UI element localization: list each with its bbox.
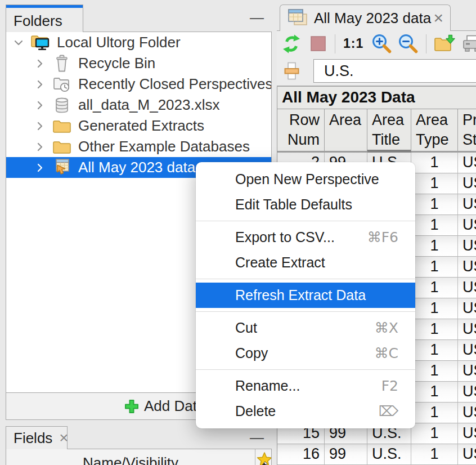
tree-item-label: Local Ultorg Folder (57, 34, 181, 51)
table-cell[interactable]: US (458, 319, 476, 339)
tree-item-generated-extracts[interactable]: Generated Extracts (6, 115, 271, 136)
tab-folders[interactable]: Folders (6, 5, 83, 32)
tree-item-local-ultorg-folder[interactable]: Local Ultorg Folder (6, 32, 271, 53)
table-cell[interactable]: 1 (411, 215, 458, 235)
menu-item-label: Rename... (235, 378, 300, 394)
column-header-pr-st[interactable]: PrSt (458, 109, 476, 153)
stop-button[interactable] (311, 36, 326, 51)
zoom-level-button[interactable]: 1:1 (343, 36, 363, 51)
chevron-right-icon[interactable] (34, 79, 46, 90)
table-cell[interactable]: 1 (411, 173, 458, 194)
menu-separator (196, 311, 415, 312)
table-cell[interactable]: 1 (411, 194, 458, 214)
menu-item-open-new-perspective[interactable]: Open New Perspective (196, 167, 415, 192)
table-title: All May 2023 Data (277, 87, 476, 109)
database-icon (51, 97, 73, 114)
menu-item-label: Refresh Extract Data (235, 287, 366, 303)
menu-item-shortcut: ⌘X (375, 320, 398, 336)
recycle-bin-icon (51, 55, 73, 73)
menu-item-edit-table-defaults[interactable]: Edit Table Defaults (196, 192, 415, 217)
table-cell[interactable]: 1 (411, 361, 458, 381)
table-cell[interactable]: US (458, 215, 476, 235)
chevron-right-icon[interactable] (34, 162, 46, 173)
table-cell[interactable]: 99 (325, 444, 367, 464)
fields-name-visibility-header: Name/Visibility (6, 449, 255, 465)
fields-panel: Name/Visibility (6, 449, 272, 465)
column-header-area[interactable]: Area (325, 109, 367, 153)
menu-item-label: Edit Table Defaults (235, 196, 352, 213)
chevron-down-icon[interactable] (13, 37, 24, 48)
chevron-right-icon[interactable] (34, 120, 46, 132)
column-header-area-title[interactable]: AreaTitle (367, 109, 411, 153)
menu-item-create-extract[interactable]: Create Extract (196, 250, 415, 275)
zoom-in-button[interactable] (371, 33, 392, 54)
table-cell[interactable]: 16 (277, 444, 325, 464)
menu-item-export-to-csv[interactable]: Export to CSV...⌘F6 (196, 225, 415, 250)
column-header-row-num[interactable]: RowNum (277, 109, 325, 153)
tab-fields[interactable]: Fields × (6, 426, 68, 449)
table-cell[interactable]: 1 (411, 340, 458, 360)
menu-item-shortcut: F2 (381, 378, 398, 394)
zoom-out-button[interactable] (398, 33, 419, 54)
tree-item-other-example-databases[interactable]: Other Example Databases (6, 136, 271, 157)
table-cell[interactable]: 1 (411, 403, 458, 423)
table-cell[interactable]: US (458, 298, 476, 319)
table-cell[interactable]: 1 (411, 236, 458, 256)
table-cell[interactable]: US (458, 257, 476, 277)
tree-item-recently-closed-perspectives[interactable]: Recently Closed Perspectives (6, 74, 271, 95)
print-button[interactable] (462, 35, 476, 53)
chevron-right-icon[interactable] (34, 141, 46, 153)
stop-icon (311, 36, 326, 51)
table-row: 1699U.S.1US (277, 444, 476, 465)
menu-item-refresh-extract-data[interactable]: Refresh Extract Data (196, 283, 415, 308)
zoom-out-icon (398, 33, 419, 54)
table-cell[interactable]: US (458, 153, 476, 173)
table-cell[interactable]: US (458, 236, 476, 256)
menu-item-delete[interactable]: Delete⌦ (196, 399, 415, 424)
menu-item-rename[interactable]: Rename...F2 (196, 373, 415, 399)
table-cell[interactable]: US (458, 361, 476, 381)
table-header-row: RowNumAreaAreaTitleAreaTypePrSt (277, 109, 476, 153)
perspective-tab-close-icon[interactable]: × (433, 12, 443, 24)
tab-all-may-2023-data[interactable]: All May 2023 data × (280, 5, 451, 31)
menu-item-cut[interactable]: Cut⌘X (196, 315, 415, 341)
fields-tab-close-icon[interactable]: × (59, 432, 68, 444)
table-cell[interactable]: US (458, 194, 476, 214)
column-header-area-type[interactable]: AreaType (411, 109, 458, 153)
table-cell[interactable]: 1 (411, 319, 458, 339)
table-cell[interactable]: US (458, 278, 476, 298)
filter-input[interactable] (313, 59, 476, 83)
menu-separator (196, 369, 415, 370)
tree-item-recycle-bin[interactable]: Recycle Bin (6, 53, 271, 74)
table-cell[interactable]: US (458, 444, 476, 464)
table-cell[interactable]: US (458, 423, 476, 444)
folders-panel-minimize-button[interactable]: — (250, 10, 264, 26)
table-cell[interactable]: 1 (411, 382, 458, 402)
table-cell[interactable]: US (458, 340, 476, 360)
menu-item-shortcut: ⌦ (379, 403, 398, 419)
toolbar-separator (335, 34, 335, 53)
table-cell[interactable]: US (458, 382, 476, 402)
menu-item-copy[interactable]: Copy⌘C (196, 341, 415, 366)
table-cell[interactable]: 1 (411, 423, 458, 444)
plus-icon (124, 399, 139, 414)
fields-favorites-button[interactable] (255, 449, 272, 465)
tree-item-label: all_data_M_2023.xlsx (78, 96, 220, 114)
table-cell[interactable]: 1 (411, 153, 458, 173)
table-cell[interactable]: 1 (411, 257, 458, 277)
table-cell[interactable]: 1 (411, 298, 458, 319)
tree-item-label: Recently Closed Perspectives (78, 75, 272, 93)
chevron-right-icon[interactable] (34, 100, 46, 111)
fields-panel-minimize-button[interactable]: — (250, 430, 264, 446)
table-cell[interactable]: 1 (411, 444, 458, 464)
import-button[interactable] (434, 34, 455, 53)
table-cell[interactable]: US (458, 173, 476, 194)
tree-item-all-data-m-2023-xlsx[interactable]: all_data_M_2023.xlsx (6, 95, 271, 115)
filter-row (277, 56, 476, 86)
table-cell[interactable]: 1 (411, 278, 458, 298)
table-cell[interactable]: US (458, 403, 476, 423)
refresh-icon (281, 34, 302, 54)
refresh-button[interactable] (281, 34, 302, 54)
chevron-right-icon[interactable] (34, 58, 46, 69)
table-cell[interactable]: U.S. (367, 444, 411, 464)
